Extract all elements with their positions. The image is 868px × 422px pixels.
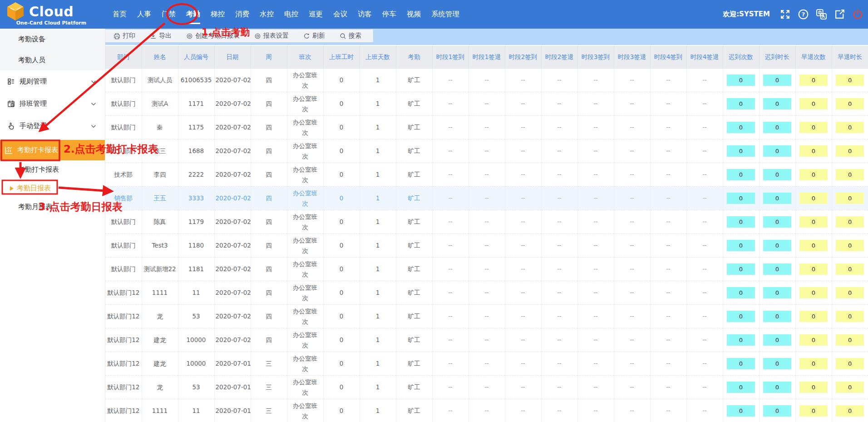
table-row[interactable]: 技术部李四22222020-07-02四办公室班次01旷工-----------… xyxy=(105,163,868,187)
column-header[interactable]: 上班天数 xyxy=(360,46,396,69)
table-row[interactable]: 默认部门张三16882020-07-02四办公室班次01旷工----------… xyxy=(105,139,868,163)
column-header[interactable]: 上班工时 xyxy=(323,46,360,69)
status-badge: 0 xyxy=(836,216,864,228)
column-header[interactable]: 时段4签到 xyxy=(650,46,686,69)
column-header[interactable]: 部门 xyxy=(105,46,142,69)
schedule-icon xyxy=(7,100,15,108)
sidebar-item-punch-report-group-active[interactable]: 考勤打卡报表 xyxy=(0,140,105,160)
table-row[interactable]: 默认部门秦11752020-07-02四办公室班次01旷工-----------… xyxy=(105,116,868,139)
nav-item[interactable]: 门禁 xyxy=(161,8,177,21)
column-header[interactable]: 早退次数 xyxy=(795,46,832,69)
new-window-icon[interactable] xyxy=(834,9,845,20)
cell-shift: 办公室班次 xyxy=(287,352,323,376)
nav-item[interactable]: 巡更 xyxy=(308,8,324,21)
table-row[interactable]: 默认部门121111112020-07-02四办公室班次01旷工--------… xyxy=(105,281,868,305)
nav-item[interactable]: 消费 xyxy=(234,8,250,21)
nav-item[interactable]: 梯控 xyxy=(210,8,226,21)
column-header[interactable]: 时段2签到 xyxy=(505,46,541,69)
cell-timeslot-3: -- xyxy=(505,305,541,328)
cell-timeslot-6: -- xyxy=(614,399,650,422)
nav-item[interactable]: 系统管理 xyxy=(430,8,460,21)
create-daily-report-button[interactable]: 创建考勤日报表 xyxy=(186,32,240,40)
shift-text: 办公室班次 xyxy=(292,306,318,327)
column-header[interactable]: 时段3签到 xyxy=(577,46,614,69)
cell-timeslot-6: -- xyxy=(614,69,650,92)
cell-early-leave-duration: 0 xyxy=(832,69,868,92)
status-badge: 0 xyxy=(799,240,828,251)
cell-week: 四 xyxy=(251,92,287,116)
table-row[interactable]: 默认部门121111112020-07-01三办公室班次01旷工--------… xyxy=(105,399,868,422)
cell-late-duration: 0 xyxy=(759,69,795,92)
nav-item[interactable]: 停车 xyxy=(381,8,397,21)
table-row[interactable]: 默认部门12建龙100002020-07-01三办公室班次01旷工-------… xyxy=(105,352,868,376)
column-header[interactable]: 迟到次数 xyxy=(723,46,759,69)
table-row[interactable]: 默认部门12龙532020-07-01三办公室班次01旷工-----------… xyxy=(105,376,868,399)
cell-late-count: 0 xyxy=(723,69,759,92)
column-header[interactable]: 迟到时长 xyxy=(759,46,795,69)
cell-early-leave-count: 0 xyxy=(795,116,832,139)
sidebar-group-manual-register[interactable]: 手动登记 xyxy=(0,115,105,137)
status-badge: 0 xyxy=(727,216,755,228)
table-row[interactable]: 默认部门测试A11712020-07-02四办公室班次01旷工---------… xyxy=(105,92,868,116)
cell-work-days: 1 xyxy=(360,305,396,328)
sidebar-item-punch-report[interactable]: 考勤打卡报表 xyxy=(0,160,105,179)
shift-text: 办公室班次 xyxy=(292,353,318,374)
nav-item[interactable]: 视频 xyxy=(406,8,422,21)
nav-item[interactable]: 水控 xyxy=(259,8,275,21)
column-header[interactable]: 日期 xyxy=(214,46,251,69)
sidebar-group-schedule[interactable]: 排班管理 xyxy=(0,93,105,115)
cell-timeslot-8: -- xyxy=(686,281,723,305)
column-header[interactable]: 周 xyxy=(251,46,287,69)
nav-item[interactable]: 会议 xyxy=(332,8,348,21)
cell-date: 2020-07-01 xyxy=(214,352,251,376)
column-header[interactable]: 人员编号 xyxy=(178,46,214,69)
table-row[interactable]: 默认部门陈真11792020-07-02四办公室班次01旷工----------… xyxy=(105,210,868,234)
sidebar: 考勤设备 考勤人员 规则管理 排班管理 手动登记 考勤打卡报表 考勤打卡报表 考… xyxy=(0,29,105,422)
cell-timeslot-7: -- xyxy=(650,328,686,352)
cell-timeslot-4: -- xyxy=(541,328,577,352)
export-button[interactable]: 导出 xyxy=(150,32,172,40)
table-body: 默认部门测试人员610065352020-07-02四办公室班次01旷工----… xyxy=(105,69,868,422)
cell-timeslot-8: -- xyxy=(686,163,723,187)
table-row[interactable]: 销售部王五33332020-07-02四办公室班次01旷工-----------… xyxy=(105,187,868,210)
column-header[interactable]: 班次 xyxy=(287,46,323,69)
sidebar-item-attendance-device[interactable]: 考勤设备 xyxy=(0,29,105,50)
column-header[interactable]: 时段1签到 xyxy=(432,46,469,69)
shift-text: 办公室班次 xyxy=(292,164,318,185)
help-icon[interactable]: ? xyxy=(798,9,809,20)
table-row[interactable]: 默认部门Test311802020-07-02四办公室班次01旷工-------… xyxy=(105,234,868,258)
cell-timeslot-6: -- xyxy=(614,234,650,258)
table-row[interactable]: 默认部门测试新增2211812020-07-02四办公室班次01旷工------… xyxy=(105,258,868,281)
table-row[interactable]: 默认部门12建龙100002020-07-02四办公室班次01旷工-------… xyxy=(105,328,868,352)
column-header[interactable]: 时段4签退 xyxy=(686,46,723,69)
print-button[interactable]: 打印 xyxy=(113,32,135,40)
column-header[interactable]: 早退时长 xyxy=(832,46,868,69)
cell-timeslot-8: -- xyxy=(686,399,723,422)
nav-item[interactable]: 电控 xyxy=(283,8,299,21)
column-header[interactable]: 考勤 xyxy=(396,46,432,69)
table-row[interactable]: 默认部门测试人员610065352020-07-02四办公室班次01旷工----… xyxy=(105,69,868,92)
sidebar-group-rules[interactable]: 规则管理 xyxy=(0,70,105,93)
translate-icon[interactable] xyxy=(816,9,827,20)
cell-timeslot-3: -- xyxy=(505,187,541,210)
power-icon[interactable] xyxy=(852,9,863,20)
nav-item[interactable]: 首页 xyxy=(112,8,128,21)
table-row[interactable]: 默认部门12龙532020-07-02四办公室班次01旷工-----------… xyxy=(105,305,868,328)
sidebar-item-daily-report[interactable]: 考勤日报表 xyxy=(0,179,105,198)
refresh-button[interactable]: 刷新 xyxy=(303,32,325,40)
column-header[interactable]: 时段1签退 xyxy=(469,46,505,69)
fullscreen-icon[interactable] xyxy=(779,9,791,20)
cell-person-id: 10000 xyxy=(178,328,214,352)
nav-item[interactable]: 访客 xyxy=(357,8,373,21)
status-badge: 0 xyxy=(799,311,828,322)
search-button[interactable]: 搜索 xyxy=(340,32,361,40)
column-header[interactable]: 姓名 xyxy=(142,46,178,69)
refresh-icon xyxy=(303,33,310,40)
sidebar-item-monthly-report[interactable]: 考勤月报表 xyxy=(0,198,105,216)
column-header[interactable]: 时段2签退 xyxy=(541,46,577,69)
report-settings-button[interactable]: 报表设置 xyxy=(254,32,289,40)
nav-item-active[interactable]: 考勤 xyxy=(185,8,201,21)
column-header[interactable]: 时段3签退 xyxy=(614,46,650,69)
nav-item[interactable]: 人事 xyxy=(136,8,152,21)
sidebar-item-attendance-person[interactable]: 考勤人员 xyxy=(0,50,105,70)
